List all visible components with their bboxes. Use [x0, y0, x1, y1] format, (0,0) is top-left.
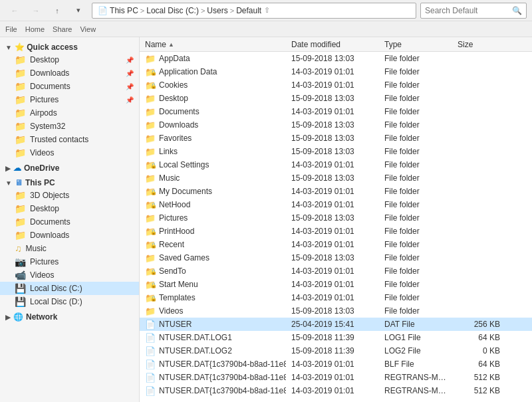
toolbar-view[interactable]: View — [80, 25, 96, 33]
folder-icon: 📁 — [145, 147, 156, 157]
file-row[interactable]: 📁 Saved Games 15-09-2018 13:03 File fold… — [140, 251, 532, 264]
file-row[interactable]: 📁 Desktop 15-09-2018 13:03 File folder — [140, 92, 532, 105]
file-name-cell: 📁🔒 Templates — [140, 293, 286, 303]
sidebar-item-downloads-quick[interactable]: 📁 Downloads 📌 — [0, 66, 139, 80]
back-button[interactable]: ← — [5, 3, 24, 19]
col-header-size[interactable]: Size — [452, 37, 505, 51]
file-name-cell: 📁🔒 Cookies — [140, 80, 286, 90]
sidebar-item-pictures-pc[interactable]: 📷 Pictures — [0, 255, 139, 268]
file-row[interactable]: 📁 AppData 15-09-2018 13:03 File folder — [140, 52, 532, 65]
file-row[interactable]: 📁 Documents 14-03-2019 01:01 File folder — [140, 105, 532, 118]
sidebar-item-documents-quick[interactable]: 📁 Documents 📌 — [0, 80, 139, 93]
file-row[interactable]: 📁🔒 Application Data 14-03-2019 01:01 Fil… — [140, 65, 532, 78]
search-bar[interactable]: 🔍 — [420, 3, 527, 19]
quick-access-section: ▼ ⭐ Quick access 📁 Desktop 📌 📁 Downloads… — [0, 41, 139, 159]
recent-button[interactable]: ▾ — [69, 3, 88, 19]
address-bar[interactable]: 📄 This PC > Local Disc (C:) > Users > De… — [92, 3, 416, 19]
file-size-cell: 64 KB — [452, 333, 505, 342]
forward-button[interactable]: → — [27, 3, 45, 19]
file-name-text: SendTo — [159, 266, 186, 276]
locked-folder-icon: 📁🔒 — [145, 266, 156, 276]
file-row[interactable]: 📁🔒 My Documents 14-03-2019 01:01 File fo… — [140, 185, 532, 198]
locked-folder-icon: 📁🔒 — [145, 280, 156, 290]
file-icon: 📄 — [145, 333, 156, 343]
col-header-name[interactable]: Name ▲ — [140, 37, 286, 51]
title-bar: ← → ↑ ▾ 📄 This PC > Local Disc (C:) > Us… — [0, 0, 532, 21]
file-row[interactable]: 📁 Favorites 15-09-2018 13:03 File folder — [140, 132, 532, 145]
file-row[interactable]: 📄 NTUSER.DAT{1c3790b4-b8ad-11e8-aa21-...… — [140, 357, 532, 371]
file-date-cell: 14-03-2019 01:01 — [286, 80, 379, 90]
file-name-cell: 📄 NTUSER — [140, 320, 286, 330]
sidebar-item-videos-pc[interactable]: 📹 Videos — [0, 268, 139, 282]
file-row[interactable]: 📁🔒 SendTo 14-03-2019 01:01 File folder — [140, 264, 532, 278]
sidebar-item-3dobjects[interactable]: 📁 3D Objects — [0, 189, 139, 202]
sidebar-item-desktop-pc[interactable]: 📁 Desktop — [0, 202, 139, 215]
ondrive-header[interactable]: ▶ ☁ OneDrive — [0, 162, 139, 174]
locked-folder-icon: 📁🔒 — [145, 240, 156, 250]
sidebar-item-localc[interactable]: 💾 Local Disc (C:) — [0, 282, 139, 295]
file-name-cell: 📁 Links — [140, 147, 286, 157]
quick-access-header[interactable]: ▼ ⭐ Quick access — [0, 41, 139, 53]
folder-icon: 📁 — [15, 121, 26, 132]
file-row[interactable]: 📁 Pictures 15-09-2018 13:03 File folder — [140, 211, 532, 225]
file-row[interactable]: 📄 NTUSER.DAT{1c3790b4-b8ad-11e8-aa21-...… — [140, 371, 532, 384]
toolbar-file[interactable]: File — [5, 25, 17, 33]
sidebar-item-documents-pc[interactable]: 📁 Documents — [0, 215, 139, 229]
network-icon: 🌐 — [13, 312, 23, 322]
file-row[interactable]: 📁🔒 Cookies 14-03-2019 01:01 File folder — [140, 78, 532, 92]
search-input[interactable] — [425, 6, 512, 15]
file-row[interactable]: 📁 Videos 15-09-2018 13:03 File folder — [140, 304, 532, 318]
col-name-label: Name — [145, 40, 166, 49]
file-row[interactable]: 📄 NTUSER.DAT{1c3790b4-b8ad-11e8-aa21-...… — [140, 384, 532, 397]
column-headers: Name ▲ Date modified Type Size — [140, 37, 532, 52]
sidebar-item-label: Downloads — [30, 231, 69, 240]
sidebar-item-downloads-pc[interactable]: 📁 Downloads — [0, 229, 139, 242]
file-name-text: Documents — [159, 107, 200, 116]
sidebar-item-system32[interactable]: 📁 System32 — [0, 120, 139, 133]
file-row[interactable]: 📁 Downloads 15-09-2018 13:03 File folder — [140, 118, 532, 132]
file-row[interactable]: 📁🔒 Recent 14-03-2019 01:01 File folder — [140, 238, 532, 251]
folder-icon: 📁 — [15, 94, 26, 105]
file-date-cell: 14-03-2019 01:01 — [286, 107, 379, 116]
this-pc-header[interactable]: ▼ 🖥 This PC — [0, 177, 139, 189]
file-date-cell: 15-09-2018 11:39 — [286, 333, 379, 342]
file-row[interactable]: 📁 Music 15-09-2018 13:03 File folder — [140, 171, 532, 185]
file-type-cell: File folder — [379, 266, 452, 276]
file-row[interactable]: 📄 NTUSER.DAT.LOG1 15-09-2018 11:39 LOG1 … — [140, 331, 532, 344]
toolbar-share[interactable]: Share — [53, 25, 72, 33]
breadcrumb-pc[interactable]: 📄 This PC — [98, 6, 138, 15]
sidebar-item-locald[interactable]: 💾 Local Disc (D:) — [0, 295, 139, 308]
sidebar-item-trusted[interactable]: 📁 Trusted contacts — [0, 133, 139, 146]
sidebar-item-videos-quick[interactable]: 📁 Videos — [0, 146, 139, 159]
breadcrumb-users[interactable]: Users — [207, 6, 227, 15]
file-name-text: Cookies — [159, 80, 188, 90]
file-row[interactable]: 📄 NTUSER.DAT.LOG2 15-09-2018 11:39 LOG2 … — [140, 344, 532, 357]
file-type-cell: File folder — [379, 107, 452, 116]
file-name-text: Favorites — [159, 134, 192, 143]
file-row[interactable]: 📁🔒 NetHood 14-03-2019 01:01 File folder — [140, 198, 532, 211]
network-header[interactable]: ▶ 🌐 Network — [0, 311, 139, 323]
file-row[interactable]: 📁🔒 Start Menu 14-03-2019 01:01 File fold… — [140, 278, 532, 291]
network-arrow: ▶ — [5, 314, 11, 321]
sidebar-item-music-pc[interactable]: ♫ Music — [0, 242, 139, 255]
file-row[interactable]: 📁🔒 PrintHood 14-03-2019 01:01 File folde… — [140, 225, 532, 238]
sidebar-item-airpods[interactable]: 📁 Airpods — [0, 106, 139, 120]
file-row[interactable]: 📁 Links 15-09-2018 13:03 File folder — [140, 145, 532, 158]
file-row[interactable]: 📁🔒 Templates 14-03-2019 01:01 File folde… — [140, 291, 532, 304]
sidebar-item-desktop-quick[interactable]: 📁 Desktop 📌 — [0, 53, 139, 66]
breadcrumb-local[interactable]: Local Disc (C:) — [146, 6, 199, 15]
folder-icon: 📁 — [15, 217, 26, 227]
file-row[interactable]: 📁🔒 Local Settings 14-03-2019 01:01 File … — [140, 158, 532, 171]
toolbar-home[interactable]: Home — [25, 25, 45, 33]
sidebar-item-label: Music — [26, 244, 47, 253]
file-name-cell: 📁🔒 Application Data — [140, 67, 286, 77]
file-row[interactable]: 📄 NTUSER 25-04-2019 15:41 DAT File 256 K… — [140, 318, 532, 331]
breadcrumb-default[interactable]: Default — [236, 6, 261, 15]
col-header-type[interactable]: Type — [379, 37, 452, 51]
file-type-cell: File folder — [379, 147, 452, 156]
sidebar-item-pictures-quick[interactable]: 📁 Pictures 📌 — [0, 93, 139, 106]
up-button[interactable]: ↑ — [48, 3, 66, 19]
file-type-cell: File folder — [379, 253, 452, 262]
col-header-date[interactable]: Date modified — [286, 37, 379, 51]
file-date-cell: 14-03-2019 01:01 — [286, 67, 379, 76]
